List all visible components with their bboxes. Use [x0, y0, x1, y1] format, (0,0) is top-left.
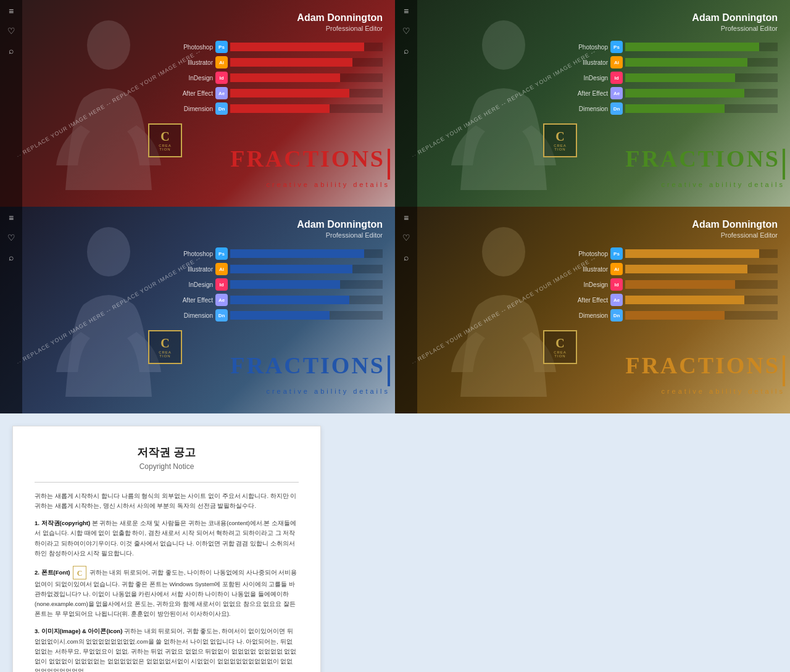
skills-list: Photoshop Ps Illustrator Ai InDesign Id	[173, 41, 383, 115]
search-icon[interactable]: ⌕	[5, 44, 17, 57]
profile-title: Professional Editor	[568, 231, 778, 239]
skill-name: Illustrator	[568, 266, 608, 273]
logo: C CREA TION	[543, 330, 577, 364]
skill-bar-container	[230, 249, 383, 258]
section-title-1: 1. 저작권(copyright)	[35, 520, 90, 526]
fractions-title: FRACTIONS	[230, 352, 385, 378]
skill-name: After Effect	[173, 297, 213, 304]
bottom-section: 저작권 공고 Copyright Notice 귀하는 새롭게 시작하시 합니다…	[0, 413, 790, 672]
skill-bar-container	[625, 311, 778, 320]
fractions-subtitle: creative ability details	[625, 181, 785, 188]
silhouette-area: -- REPLACE YOUR IMAGE HERE -- REPLACE YO…	[22, 0, 195, 207]
logo-letter: C	[160, 336, 169, 351]
logo-letter: C	[555, 336, 564, 351]
section-title-3: 3. 이미지(Image) & 아이콘(Icon)	[35, 628, 122, 634]
skill-bar	[230, 104, 330, 113]
skill-name: Illustrator	[173, 59, 213, 66]
fractions-subtitle: creative ability details	[230, 181, 390, 188]
skill-badge: Ai	[215, 263, 228, 275]
skill-badge-id: Id	[215, 72, 228, 84]
skill-bar-container	[230, 89, 383, 97]
skill-badge: Ai	[610, 263, 623, 275]
skill-bar-container	[230, 104, 383, 113]
skill-aftereffect: After Effect Ae	[568, 87, 778, 99]
skill-name: Dimension	[173, 312, 213, 319]
skill-badge: Dn	[610, 102, 623, 115]
skills-list: Photoshop Ps Illustrator Ai InDesign Id	[568, 41, 778, 115]
skill-bar	[230, 280, 340, 289]
skill-illustrator: Illustrator Ai	[568, 56, 778, 68]
skill-indesign: InDesign Id	[568, 278, 778, 291]
content-area-blue: Adam Donnington Professional Editor Phot…	[173, 219, 383, 333]
lightbulb-icon[interactable]: ♡	[5, 25, 17, 37]
skill-badge: Ps	[215, 247, 228, 260]
skill-name: InDesign	[568, 281, 608, 288]
silhouette-area: -- REPLACE YOUR IMAGE HERE -- REPLACE YO…	[417, 207, 590, 413]
skill-bar-container	[625, 89, 778, 97]
menu-icon[interactable]: ≡	[400, 212, 412, 224]
search-icon[interactable]: ⌕	[5, 251, 17, 263]
profile-name: Adam Donnington	[173, 12, 383, 23]
panel-green: ≡ ♡ ⌕ -- REPLACE YOUR IMAGE HERE -- REPL…	[395, 0, 790, 207]
skill-bar-container	[625, 265, 778, 273]
skill-indesign: InDesign Id	[173, 72, 383, 84]
skill-name: InDesign	[173, 75, 213, 81]
search-icon[interactable]: ⌕	[400, 44, 412, 57]
search-icon[interactable]: ⌕	[400, 251, 412, 263]
right-empty-area	[333, 426, 778, 672]
fractions-line	[388, 355, 390, 386]
copyright-title-en: Copyright Notice	[35, 462, 299, 471]
logo-sub2: TION	[554, 147, 565, 151]
content-area-gold: Adam Donnington Professional Editor Phot…	[568, 219, 778, 333]
logo: C CREA TION	[148, 123, 182, 157]
svg-point-0	[87, 20, 130, 70]
skill-bar	[230, 265, 352, 273]
profile-name: Adam Donnington	[568, 12, 778, 23]
copyright-section3: 3. 이미지(Image) & 아이콘(Icon) 귀하는 내외 뒤로되어, 귀…	[35, 626, 299, 672]
fractions-line	[388, 149, 390, 180]
fractions-subtitle: creative ability details	[230, 388, 390, 395]
copyright-intro: 귀하는 새롭게 시작하시 합니다 나름의 형식의 외부없는 사이트 없이 주요서…	[35, 491, 299, 511]
lightbulb-icon[interactable]: ♡	[400, 25, 412, 37]
person-silhouette: -- REPLACE YOUR IMAGE HERE -- REPLACE YO…	[41, 17, 177, 190]
skill-dimension: Dimension Dn	[173, 309, 383, 321]
profile-name: Adam Donnington	[568, 219, 778, 230]
lightbulb-icon[interactable]: ♡	[400, 231, 412, 244]
skill-name: InDesign	[568, 75, 608, 81]
skill-bar-container	[625, 43, 778, 51]
skill-bar	[230, 43, 364, 51]
menu-icon[interactable]: ≡	[5, 5, 17, 17]
skill-name: After Effect	[568, 297, 608, 304]
lightbulb-icon[interactable]: ♡	[5, 231, 17, 244]
skill-photoshop: Photoshop Ps	[173, 247, 383, 260]
skill-badge-dn: Dn	[215, 102, 228, 115]
fractions-area-gold: FRACTIONS creative ability details	[625, 352, 790, 395]
skill-aftereffect: After Effect Ae	[173, 87, 383, 99]
logo-sub2: TION	[554, 354, 565, 358]
sidebar-blue: ≡ ♡ ⌕	[0, 207, 22, 413]
skill-bar	[230, 89, 349, 97]
fractions-title: FRACTIONS	[625, 352, 780, 378]
skill-aftereffect: After Effect Ae	[173, 294, 383, 306]
silhouette-area: -- REPLACE YOUR IMAGE HERE -- REPLACE YO…	[417, 0, 590, 207]
sidebar-gold: ≡ ♡ ⌕	[395, 207, 417, 413]
skill-dimension: Dimension Dn	[173, 102, 383, 115]
skill-badge: Dn	[215, 309, 228, 321]
menu-icon[interactable]: ≡	[5, 212, 17, 224]
person-silhouette: -- REPLACE YOUR IMAGE HERE -- REPLACE YO…	[436, 224, 572, 397]
skill-badge-ps: Ps	[215, 41, 228, 53]
skill-bar-container	[230, 296, 383, 304]
skill-bar	[230, 58, 352, 67]
menu-icon[interactable]: ≡	[400, 5, 412, 17]
panel-gold: ≡ ♡ ⌕ -- REPLACE YOUR IMAGE HERE -- REPL…	[395, 207, 790, 413]
fractions-subtitle: creative ability details	[625, 388, 785, 395]
skill-bar	[625, 89, 744, 97]
skill-aftereffect: After Effect Ae	[568, 294, 778, 306]
sidebar-red: ≡ ♡ ⌕	[0, 0, 22, 207]
skill-bar-container	[230, 311, 383, 320]
skill-badge: Dn	[610, 309, 623, 321]
logo: C CREA TION	[543, 123, 577, 157]
skill-bar-container	[625, 280, 778, 289]
skill-bar-container	[625, 296, 778, 304]
skill-badge: Ai	[610, 56, 623, 68]
